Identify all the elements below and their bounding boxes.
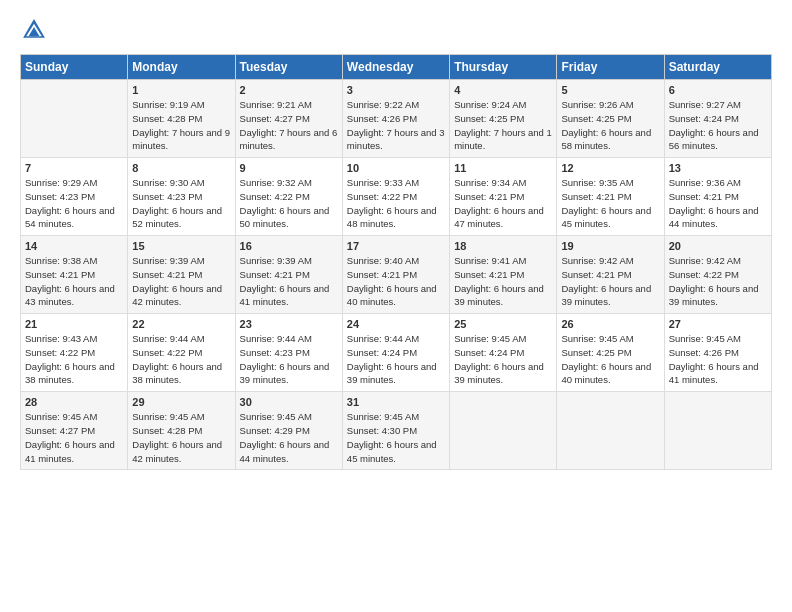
cell-3-6: 19Sunrise: 9:42 AMSunset: 4:21 PMDayligh… [557,236,664,314]
sunset: Sunset: 4:21 PM [132,269,202,280]
day-number: 5 [561,84,659,96]
daylight: Daylight: 6 hours and 41 minutes. [25,439,115,464]
day-number: 4 [454,84,552,96]
daylight: Daylight: 6 hours and 40 minutes. [347,283,437,308]
cell-1-2: 1Sunrise: 9:19 AMSunset: 4:28 PMDaylight… [128,80,235,158]
cell-1-3: 2Sunrise: 9:21 AMSunset: 4:27 PMDaylight… [235,80,342,158]
day-info: Sunrise: 9:29 AMSunset: 4:23 PMDaylight:… [25,176,123,231]
sunrise: Sunrise: 9:39 AM [132,255,204,266]
cell-4-4: 24Sunrise: 9:44 AMSunset: 4:24 PMDayligh… [342,314,449,392]
sunset: Sunset: 4:21 PM [454,191,524,202]
sunset: Sunset: 4:27 PM [240,113,310,124]
week-row-1: 1Sunrise: 9:19 AMSunset: 4:28 PMDaylight… [21,80,772,158]
sunrise: Sunrise: 9:44 AM [347,333,419,344]
daylight: Daylight: 6 hours and 39 minutes. [669,283,759,308]
sunset: Sunset: 4:23 PM [25,191,95,202]
sunrise: Sunrise: 9:42 AM [669,255,741,266]
sunrise: Sunrise: 9:40 AM [347,255,419,266]
day-info: Sunrise: 9:45 AMSunset: 4:26 PMDaylight:… [669,332,767,387]
cell-2-5: 11Sunrise: 9:34 AMSunset: 4:21 PMDayligh… [450,158,557,236]
cell-2-4: 10Sunrise: 9:33 AMSunset: 4:22 PMDayligh… [342,158,449,236]
week-row-2: 7Sunrise: 9:29 AMSunset: 4:23 PMDaylight… [21,158,772,236]
sunrise: Sunrise: 9:19 AM [132,99,204,110]
day-number: 1 [132,84,230,96]
day-info: Sunrise: 9:35 AMSunset: 4:21 PMDaylight:… [561,176,659,231]
sunset: Sunset: 4:21 PM [561,191,631,202]
cell-3-7: 20Sunrise: 9:42 AMSunset: 4:22 PMDayligh… [664,236,771,314]
day-number: 18 [454,240,552,252]
sunrise: Sunrise: 9:29 AM [25,177,97,188]
sunrise: Sunrise: 9:42 AM [561,255,633,266]
daylight: Daylight: 6 hours and 52 minutes. [132,205,222,230]
sunset: Sunset: 4:22 PM [240,191,310,202]
sunrise: Sunrise: 9:32 AM [240,177,312,188]
day-info: Sunrise: 9:27 AMSunset: 4:24 PMDaylight:… [669,98,767,153]
day-number: 21 [25,318,123,330]
sunset: Sunset: 4:28 PM [132,425,202,436]
sunset: Sunset: 4:21 PM [561,269,631,280]
calendar-table: Sunday Monday Tuesday Wednesday Thursday… [20,54,772,470]
col-sunday: Sunday [21,55,128,80]
sunset: Sunset: 4:30 PM [347,425,417,436]
col-monday: Monday [128,55,235,80]
sunset: Sunset: 4:22 PM [132,347,202,358]
day-info: Sunrise: 9:42 AMSunset: 4:22 PMDaylight:… [669,254,767,309]
day-info: Sunrise: 9:45 AMSunset: 4:24 PMDaylight:… [454,332,552,387]
col-wednesday: Wednesday [342,55,449,80]
cell-3-3: 16Sunrise: 9:39 AMSunset: 4:21 PMDayligh… [235,236,342,314]
day-info: Sunrise: 9:30 AMSunset: 4:23 PMDaylight:… [132,176,230,231]
sunset: Sunset: 4:23 PM [240,347,310,358]
daylight: Daylight: 6 hours and 44 minutes. [669,205,759,230]
day-info: Sunrise: 9:42 AMSunset: 4:21 PMDaylight:… [561,254,659,309]
daylight: Daylight: 6 hours and 56 minutes. [669,127,759,152]
cell-3-4: 17Sunrise: 9:40 AMSunset: 4:21 PMDayligh… [342,236,449,314]
sunrise: Sunrise: 9:27 AM [669,99,741,110]
day-info: Sunrise: 9:34 AMSunset: 4:21 PMDaylight:… [454,176,552,231]
cell-2-1: 7Sunrise: 9:29 AMSunset: 4:23 PMDaylight… [21,158,128,236]
week-row-5: 28Sunrise: 9:45 AMSunset: 4:27 PMDayligh… [21,392,772,470]
sunset: Sunset: 4:26 PM [669,347,739,358]
sunrise: Sunrise: 9:44 AM [132,333,204,344]
sunset: Sunset: 4:22 PM [669,269,739,280]
page: Sunday Monday Tuesday Wednesday Thursday… [0,0,792,612]
day-info: Sunrise: 9:38 AMSunset: 4:21 PMDaylight:… [25,254,123,309]
day-number: 13 [669,162,767,174]
day-number: 8 [132,162,230,174]
logo-icon [20,16,48,44]
day-number: 12 [561,162,659,174]
day-info: Sunrise: 9:26 AMSunset: 4:25 PMDaylight:… [561,98,659,153]
day-number: 7 [25,162,123,174]
sunrise: Sunrise: 9:45 AM [25,411,97,422]
sunset: Sunset: 4:24 PM [669,113,739,124]
cell-2-3: 9Sunrise: 9:32 AMSunset: 4:22 PMDaylight… [235,158,342,236]
sunrise: Sunrise: 9:38 AM [25,255,97,266]
day-info: Sunrise: 9:45 AMSunset: 4:25 PMDaylight:… [561,332,659,387]
day-info: Sunrise: 9:44 AMSunset: 4:22 PMDaylight:… [132,332,230,387]
day-number: 26 [561,318,659,330]
sunrise: Sunrise: 9:45 AM [454,333,526,344]
day-number: 17 [347,240,445,252]
day-info: Sunrise: 9:33 AMSunset: 4:22 PMDaylight:… [347,176,445,231]
daylight: Daylight: 6 hours and 39 minutes. [561,283,651,308]
sunset: Sunset: 4:22 PM [25,347,95,358]
day-info: Sunrise: 9:43 AMSunset: 4:22 PMDaylight:… [25,332,123,387]
sunrise: Sunrise: 9:39 AM [240,255,312,266]
cell-1-6: 5Sunrise: 9:26 AMSunset: 4:25 PMDaylight… [557,80,664,158]
daylight: Daylight: 6 hours and 43 minutes. [25,283,115,308]
logo [20,16,52,44]
sunset: Sunset: 4:21 PM [454,269,524,280]
daylight: Daylight: 6 hours and 58 minutes. [561,127,651,152]
sunrise: Sunrise: 9:22 AM [347,99,419,110]
cell-2-7: 13Sunrise: 9:36 AMSunset: 4:21 PMDayligh… [664,158,771,236]
daylight: Daylight: 6 hours and 54 minutes. [25,205,115,230]
cell-3-1: 14Sunrise: 9:38 AMSunset: 4:21 PMDayligh… [21,236,128,314]
day-number: 9 [240,162,338,174]
day-info: Sunrise: 9:39 AMSunset: 4:21 PMDaylight:… [240,254,338,309]
daylight: Daylight: 6 hours and 38 minutes. [132,361,222,386]
sunrise: Sunrise: 9:41 AM [454,255,526,266]
day-number: 16 [240,240,338,252]
daylight: Daylight: 6 hours and 39 minutes. [347,361,437,386]
day-info: Sunrise: 9:45 AMSunset: 4:27 PMDaylight:… [25,410,123,465]
cell-5-4: 31Sunrise: 9:45 AMSunset: 4:30 PMDayligh… [342,392,449,470]
sunrise: Sunrise: 9:45 AM [240,411,312,422]
